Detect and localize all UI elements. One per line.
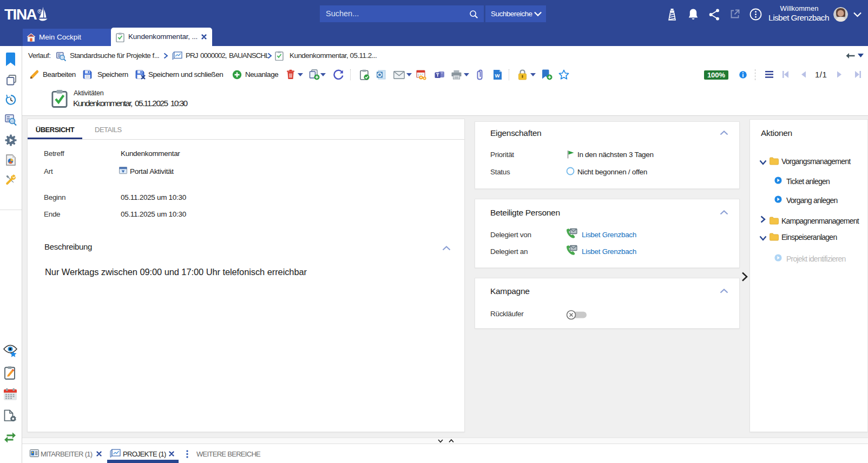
svg-text:W: W: [495, 73, 500, 79]
